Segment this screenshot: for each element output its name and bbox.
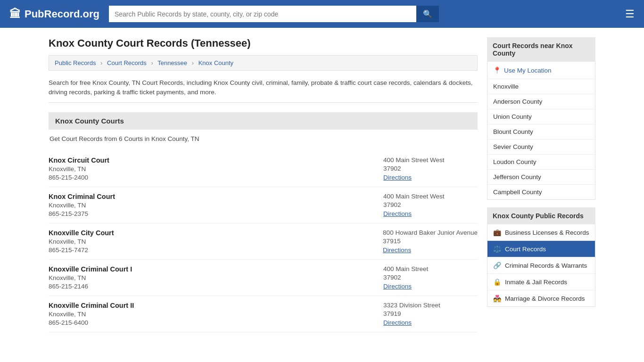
court-name-4: Knoxville Criminal Court II [49, 302, 374, 309]
page-description: Search for free Knox County, TN Court Re… [49, 78, 478, 103]
site-header: 🏛 PubRecord.org 🔍 ☰ [0, 0, 644, 28]
public-records-items-list: 💼Business Licenses & Records⚖️Court Reco… [487, 224, 595, 306]
court-city-2: Knoxville, TN [49, 238, 373, 245]
public-records-label-0: Business Licenses & Records [505, 229, 589, 236]
court-directions-0[interactable]: Directions [383, 173, 478, 181]
public-records-item-1[interactable]: ⚖️Court Records [487, 241, 595, 257]
court-city-4: Knoxville, TN [49, 311, 374, 318]
courts-list: Knox Circuit Court Knoxville, TN 865-215… [49, 151, 478, 332]
public-records-header: Knox County Public Records [487, 207, 595, 224]
public-records-label-1: Court Records [505, 246, 546, 253]
breadcrumb-tennessee[interactable]: Tennessee [157, 59, 187, 66]
logo-text: PubRecord.org [25, 8, 99, 20]
court-address-1: 400 Main Street West 37902 Directions [383, 193, 478, 217]
court-phone-4: 865-215-6400 [49, 319, 374, 326]
court-address-3: 400 Main Street 37902 Directions [383, 265, 478, 290]
court-name-0: Knox Circuit Court [49, 156, 374, 164]
nearby-item-4[interactable]: Sevier County [487, 140, 595, 155]
court-address-2: 800 Howard Baker Junior Avenue 37915 Dir… [383, 229, 478, 254]
public-records-item-0[interactable]: 💼Business Licenses & Records [487, 224, 595, 241]
breadcrumb-sep-1: › [100, 59, 102, 66]
public-records-label-4: Marriage & Divorce Records [505, 295, 585, 302]
court-directions-4[interactable]: Directions [383, 319, 478, 326]
directions-link-3[interactable]: Directions [383, 283, 412, 290]
directions-link-2[interactable]: Directions [383, 247, 411, 254]
directions-link-4[interactable]: Directions [383, 319, 412, 326]
nearby-item-6[interactable]: Jefferson County [487, 170, 595, 185]
public-records-icon-3: 🔒 [493, 278, 501, 286]
directions-link-0[interactable]: Directions [383, 174, 412, 181]
nearby-items-list: KnoxvilleAnderson CountyUnion CountyBlou… [487, 79, 595, 199]
public-records-icon-2: 🔗 [493, 262, 501, 269]
court-entry: Knoxville Criminal Court I Knoxville, TN… [49, 260, 478, 296]
court-street-1: 400 Main Street West [383, 193, 478, 200]
logo-icon: 🏛 [9, 8, 21, 21]
court-phone-1: 865-215-2375 [49, 210, 374, 217]
public-records-label-2: Criminal Records & Warrants [505, 262, 587, 269]
court-street-0: 400 Main Street West [383, 156, 478, 164]
public-records-item-4[interactable]: 💑Marriage & Divorce Records [487, 290, 595, 306]
breadcrumb-court-records[interactable]: Court Records [107, 59, 147, 66]
court-zip-1: 37902 [383, 201, 478, 208]
court-entry: Knox Circuit Court Knoxville, TN 865-215… [49, 151, 478, 187]
breadcrumb-knox-county[interactable]: Knox County [198, 59, 233, 66]
court-info-0: Knox Circuit Court Knoxville, TN 865-215… [49, 156, 374, 181]
search-bar: 🔍 [109, 6, 439, 22]
court-entry: Knox Criminal Court Knoxville, TN 865-21… [49, 187, 478, 223]
court-city-3: Knoxville, TN [49, 274, 374, 281]
search-button[interactable]: 🔍 [416, 6, 439, 22]
court-name-2: Knoxville City Court [49, 229, 373, 237]
use-my-location[interactable]: 📍 Use My Location [487, 62, 595, 79]
main-container: Knox County Court Records (Tennessee) Pu… [39, 28, 605, 342]
public-records-icon-4: 💑 [493, 295, 501, 302]
courts-section-header: Knox County Courts [49, 112, 478, 130]
breadcrumb-public-records[interactable]: Public Records [55, 59, 96, 66]
search-input[interactable] [109, 6, 416, 22]
page-title: Knox County Court Records (Tennessee) [49, 37, 478, 49]
court-info-3: Knoxville Criminal Court I Knoxville, TN… [49, 265, 374, 290]
court-phone-3: 865-215-2146 [49, 283, 374, 290]
public-records-item-2[interactable]: 🔗Criminal Records & Warrants [487, 257, 595, 274]
court-entry: Knoxville City Court Knoxville, TN 865-2… [49, 223, 478, 260]
court-phone-2: 865-215-7472 [49, 247, 373, 254]
court-address-0: 400 Main Street West 37902 Directions [383, 156, 478, 181]
nearby-item-2[interactable]: Union County [487, 109, 595, 124]
nearby-section-content: 📍 Use My Location KnoxvilleAnderson Coun… [487, 62, 595, 200]
public-records-icon-0: 💼 [493, 229, 501, 236]
court-zip-4: 37919 [383, 310, 478, 317]
court-directions-2[interactable]: Directions [383, 246, 478, 254]
nearby-item-7[interactable]: Campbell County [487, 185, 595, 199]
court-zip-3: 37902 [383, 274, 478, 281]
public-records-content: 💼Business Licenses & Records⚖️Court Reco… [487, 224, 595, 307]
court-info-1: Knox Criminal Court Knoxville, TN 865-21… [49, 193, 374, 217]
breadcrumb: Public Records › Court Records › Tenness… [49, 55, 478, 71]
court-info-2: Knoxville City Court Knoxville, TN 865-2… [49, 229, 373, 254]
location-icon: 📍 [493, 66, 501, 74]
courts-section: Knox County Courts Get Court Records fro… [49, 112, 478, 332]
public-records-item-3[interactable]: 🔒Inmate & Jail Records [487, 274, 595, 290]
court-city-0: Knoxville, TN [49, 165, 374, 173]
content-area: Knox County Court Records (Tennessee) Pu… [49, 37, 478, 332]
menu-button[interactable]: ☰ [625, 8, 635, 20]
site-logo[interactable]: 🏛 PubRecord.org [9, 8, 99, 21]
court-zip-2: 37915 [383, 238, 478, 245]
public-records-icon-1: ⚖️ [493, 245, 501, 253]
court-directions-3[interactable]: Directions [383, 282, 478, 290]
nearby-item-5[interactable]: Loudon County [487, 155, 595, 170]
nearby-item-0[interactable]: Knoxville [487, 79, 595, 94]
courts-count-line: Get Court Records from 6 Courts in Knox … [49, 135, 478, 142]
public-records-label-3: Inmate & Jail Records [505, 279, 567, 286]
court-street-3: 400 Main Street [383, 265, 478, 272]
court-city-1: Knoxville, TN [49, 202, 374, 209]
breadcrumb-sep-3: › [192, 59, 194, 66]
court-name-1: Knox Criminal Court [49, 193, 374, 200]
court-name-3: Knoxville Criminal Court I [49, 265, 374, 273]
use-location-label: Use My Location [504, 67, 552, 74]
nearby-item-3[interactable]: Blount County [487, 124, 595, 140]
directions-link-1[interactable]: Directions [383, 210, 412, 217]
court-directions-1[interactable]: Directions [383, 210, 478, 217]
court-street-2: 800 Howard Baker Junior Avenue [383, 229, 478, 236]
breadcrumb-sep-2: › [151, 59, 153, 66]
nearby-item-1[interactable]: Anderson County [487, 94, 595, 109]
nearby-header: Court Records near Knox County [487, 37, 595, 62]
